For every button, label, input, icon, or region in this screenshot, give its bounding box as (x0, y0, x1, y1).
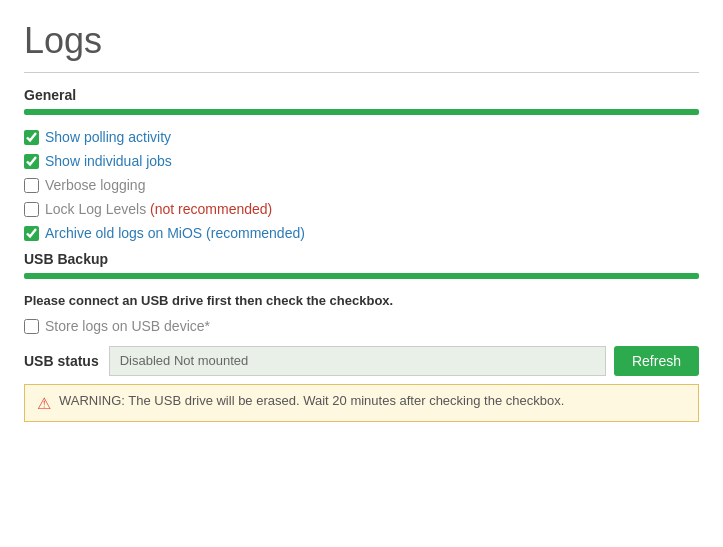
checkbox-store[interactable] (24, 319, 39, 334)
general-green-bar (24, 109, 699, 115)
checkbox-store-label[interactable]: Store logs on USB device* (45, 318, 210, 334)
checkbox-row-store: Store logs on USB device* (24, 318, 699, 334)
checkbox-row-verbose: Verbose logging (24, 177, 699, 193)
checkbox-individual-label[interactable]: Show individual jobs (45, 153, 172, 169)
warning-icon: ⚠ (37, 394, 51, 413)
checkbox-locklog[interactable] (24, 202, 39, 217)
usb-note: Please connect an USB drive first then c… (24, 293, 699, 308)
refresh-button[interactable]: Refresh (614, 346, 699, 376)
usb-status-row: USB status Disabled Not mounted Refresh (24, 346, 699, 376)
usb-backup-section: USB Backup Please connect an USB drive f… (24, 251, 699, 422)
usb-green-bar (24, 273, 699, 279)
checkbox-verbose[interactable] (24, 178, 39, 193)
page-title: Logs (24, 20, 699, 62)
general-section: General Show polling activity Show indiv… (24, 87, 699, 241)
checkbox-row-archive: Archive old logs on MiOS (recommended) (24, 225, 699, 241)
checkbox-row-polling: Show polling activity (24, 129, 699, 145)
title-divider (24, 72, 699, 73)
usb-status-value: Disabled Not mounted (109, 346, 606, 376)
checkbox-polling-label[interactable]: Show polling activity (45, 129, 171, 145)
general-section-title: General (24, 87, 699, 103)
checkbox-archive-label[interactable]: Archive old logs on MiOS (recommended) (45, 225, 305, 241)
checkbox-archive[interactable] (24, 226, 39, 241)
warning-box: ⚠ WARNING: The USB drive will be erased.… (24, 384, 699, 422)
locklog-note: (not recommended) (150, 201, 272, 217)
checkbox-locklog-label[interactable]: Lock Log Levels (not recommended) (45, 201, 272, 217)
checkbox-individual[interactable] (24, 154, 39, 169)
checkbox-row-individual: Show individual jobs (24, 153, 699, 169)
checkbox-verbose-label[interactable]: Verbose logging (45, 177, 145, 193)
usb-status-label: USB status (24, 353, 99, 369)
checkbox-row-locklog: Lock Log Levels (not recommended) (24, 201, 699, 217)
checkbox-polling[interactable] (24, 130, 39, 145)
warning-text: WARNING: The USB drive will be erased. W… (59, 393, 564, 408)
usb-section-title: USB Backup (24, 251, 699, 267)
